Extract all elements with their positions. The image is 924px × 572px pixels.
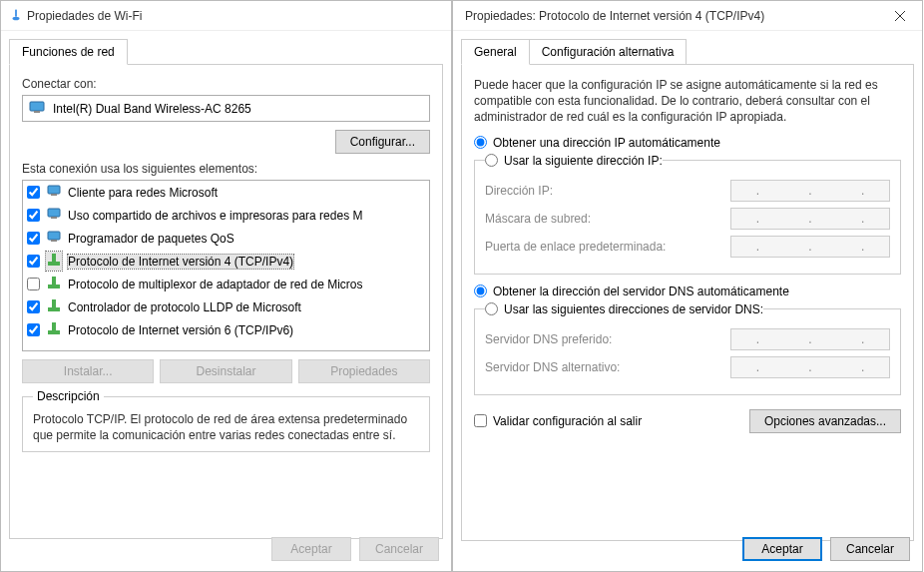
- network-items-list[interactable]: Cliente para redes MicrosoftUso comparti…: [22, 180, 430, 351]
- dns-alternate-label: Servidor DNS alternativo:: [485, 360, 730, 374]
- list-item[interactable]: Uso compartido de archivos e impresoras …: [23, 204, 429, 227]
- client-icon: [46, 229, 62, 248]
- cancel-button[interactable]: Cancelar: [359, 537, 439, 561]
- title-bar: Propiedades de Wi-Fi: [1, 1, 451, 31]
- svg-rect-10: [48, 262, 60, 266]
- protocol-icon: [46, 320, 62, 339]
- client-icon: [46, 183, 62, 202]
- advanced-button[interactable]: Opciones avanzadas...: [749, 409, 901, 433]
- svg-rect-13: [52, 277, 56, 285]
- svg-rect-6: [48, 209, 60, 217]
- item-label: Controlador de protocolo LLDP de Microso…: [68, 300, 301, 314]
- item-label: Cliente para redes Microsoft: [68, 186, 218, 200]
- dns-alternate-input: ...: [730, 356, 890, 378]
- items-label: Esta conexión usa los siguientes element…: [22, 162, 430, 176]
- ok-button[interactable]: Aceptar: [271, 537, 351, 561]
- adapter-display: Intel(R) Dual Band Wireless-AC 8265: [22, 95, 430, 122]
- configure-button[interactable]: Configurar...: [335, 130, 430, 154]
- gateway-input: ...: [730, 236, 890, 258]
- item-label: Protocolo de Internet versión 6 (TCP/IPv…: [68, 323, 293, 337]
- description-fieldset: Descripción Protocolo TCP/IP. El protoco…: [22, 389, 430, 452]
- dns-auto-radio[interactable]: Obtener la dirección del servidor DNS au…: [474, 285, 901, 298]
- item-label: Uso compartido de archivos e impresoras …: [68, 209, 362, 223]
- list-item[interactable]: Protocolo de Internet versión 6 (TCP/IPv…: [23, 318, 429, 341]
- item-label: Programador de paquetes QoS: [68, 232, 234, 246]
- item-checkbox[interactable]: [27, 323, 40, 336]
- title-bar: Propiedades: Protocolo de Internet versi…: [453, 1, 922, 31]
- subnet-mask-input: ...: [730, 208, 890, 230]
- close-icon: [895, 11, 905, 21]
- svg-rect-0: [15, 10, 17, 17]
- tab-network-functions[interactable]: Funciones de red: [9, 39, 128, 65]
- protocol-icon: [46, 297, 62, 316]
- item-checkbox[interactable]: [27, 186, 40, 199]
- ip-address-label: Dirección IP:: [485, 184, 730, 198]
- dns-preferred-label: Servidor DNS preferido:: [485, 332, 730, 346]
- connect-with-label: Conectar con:: [22, 77, 430, 91]
- item-checkbox[interactable]: [27, 300, 40, 313]
- item-checkbox[interactable]: [27, 209, 40, 222]
- intro-text: Puede hacer que la configuración IP se a…: [474, 77, 901, 126]
- wifi-properties-window: Propiedades de Wi-Fi Funciones de red Co…: [0, 0, 452, 572]
- svg-rect-14: [48, 307, 60, 311]
- list-item[interactable]: Programador de paquetes QoS: [23, 227, 429, 250]
- svg-rect-5: [51, 194, 57, 196]
- svg-rect-16: [48, 330, 60, 334]
- client-icon: [46, 206, 62, 225]
- item-checkbox[interactable]: [27, 232, 40, 245]
- svg-rect-15: [52, 299, 56, 307]
- item-properties-button[interactable]: Propiedades: [298, 359, 430, 383]
- ip-manual-radio[interactable]: Usar la siguiente dirección IP:: [485, 154, 663, 168]
- item-checkbox[interactable]: [27, 255, 40, 268]
- uninstall-button[interactable]: Desinstalar: [160, 359, 291, 383]
- window-title: Propiedades: Protocolo de Internet versi…: [461, 9, 877, 23]
- protocol-icon: [46, 252, 62, 271]
- item-checkbox[interactable]: [27, 278, 40, 290]
- svg-rect-17: [52, 322, 56, 330]
- item-label: Protocolo de Internet versión 4 (TCP/IPv…: [68, 255, 293, 269]
- dns-preferred-input: ...: [730, 328, 890, 350]
- svg-point-1: [13, 17, 20, 21]
- description-text: Protocolo TCP/IP. El protocolo de red de…: [33, 411, 419, 443]
- list-item[interactable]: Protocolo de multiplexor de adaptador de…: [23, 273, 429, 295]
- svg-rect-8: [48, 232, 60, 240]
- list-item[interactable]: Cliente para redes Microsoft: [23, 181, 429, 204]
- ip-address-input: ...: [730, 180, 890, 202]
- ip-auto-radio[interactable]: Obtener una dirección IP automáticamente: [474, 136, 901, 150]
- tab-general[interactable]: General: [461, 39, 530, 65]
- ok-button[interactable]: Aceptar: [742, 537, 822, 561]
- svg-rect-4: [48, 186, 60, 194]
- window-title: Propiedades de Wi-Fi: [23, 9, 443, 23]
- svg-rect-11: [52, 254, 56, 262]
- adapter-name: Intel(R) Dual Band Wireless-AC 8265: [53, 102, 251, 116]
- protocol-icon: [46, 275, 62, 293]
- adapter-icon: [29, 100, 47, 117]
- validate-checkbox[interactable]: Validar configuración al salir: [474, 414, 642, 428]
- list-item[interactable]: Controlador de protocolo LLDP de Microso…: [23, 295, 429, 318]
- svg-rect-3: [34, 111, 40, 113]
- list-item[interactable]: Protocolo de Internet versión 4 (TCP/IPv…: [23, 250, 429, 273]
- gateway-label: Puerta de enlace predeterminada:: [485, 240, 730, 254]
- description-legend: Descripción: [33, 389, 104, 403]
- ipv4-properties-window: Propiedades: Protocolo de Internet versi…: [452, 0, 923, 572]
- cancel-button[interactable]: Cancelar: [830, 537, 910, 561]
- svg-rect-7: [51, 217, 57, 219]
- wifi-icon: [9, 7, 23, 24]
- tab-alternate-config[interactable]: Configuración alternativa: [529, 39, 688, 65]
- close-button[interactable]: [877, 1, 922, 31]
- subnet-mask-label: Máscara de subred:: [485, 212, 730, 226]
- svg-rect-9: [51, 240, 57, 242]
- svg-rect-12: [48, 285, 60, 288]
- item-label: Protocolo de multiplexor de adaptador de…: [68, 278, 363, 291]
- dns-manual-radio[interactable]: Usar las siguientes direcciones de servi…: [485, 302, 763, 316]
- install-button[interactable]: Instalar...: [22, 359, 154, 383]
- svg-rect-2: [30, 102, 44, 111]
